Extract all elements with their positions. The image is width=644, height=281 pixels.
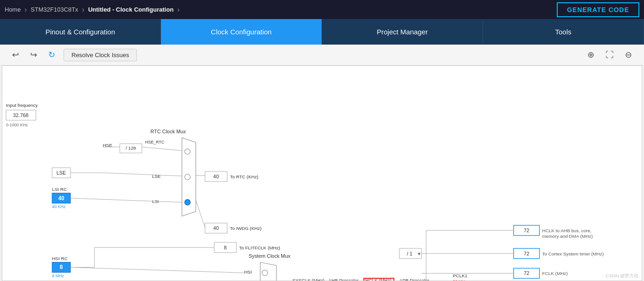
svg-text:RTC Clock Mux: RTC Clock Mux — [150, 129, 186, 134]
breadcrumb-sep-1: › — [25, 6, 27, 14]
svg-text:To FLITFCLK (MHz): To FLITFCLK (MHz) — [239, 245, 280, 250]
redo-button[interactable]: ↪ — [27, 48, 40, 62]
zoom-out-button[interactable]: ⊖ — [622, 48, 635, 62]
svg-text:LSE: LSE — [57, 170, 66, 176]
svg-text:72: 72 — [524, 270, 529, 276]
svg-text:HSI RC: HSI RC — [52, 256, 68, 261]
svg-text:System Clock Mux: System Clock Mux — [249, 253, 291, 259]
svg-text:To Cortex System timer (MHz): To Cortex System timer (MHz) — [542, 251, 604, 256]
svg-text:40: 40 — [58, 195, 64, 202]
breadcrumb-sep-3: › — [177, 6, 180, 14]
svg-text:memory and DMA (MHz): memory and DMA (MHz) — [542, 234, 593, 239]
breadcrumb-project[interactable]: Untitled - Clock Configuration — [88, 6, 174, 13]
svg-text:LSE: LSE — [152, 174, 161, 179]
svg-text:▼: ▼ — [417, 251, 422, 256]
undo-button[interactable]: ↩ — [9, 48, 22, 62]
svg-text:APB Prescaler: APB Prescaler — [399, 278, 430, 281]
tab-pinout[interactable]: Pinout & Configuration — [0, 19, 161, 45]
svg-text:72: 72 — [524, 251, 529, 256]
svg-text:CSDN @苦力伯: CSDN @苦力伯 — [606, 273, 639, 278]
svg-point-21 — [185, 174, 190, 180]
top-nav: Home › STM32F103C8Tx › Untitled - Clock … — [0, 0, 644, 19]
svg-text:8 MHz: 8 MHz — [52, 274, 64, 278]
breadcrumb-sep-2: › — [82, 6, 84, 14]
svg-text:To RTC (KHz): To RTC (KHz) — [230, 174, 258, 179]
tab-clock[interactable]: Clock Configuration — [161, 19, 322, 45]
tab-project[interactable]: Project Manager — [322, 19, 483, 45]
svg-text:8: 8 — [60, 264, 63, 271]
svg-text:40 KHz: 40 KHz — [52, 204, 66, 209]
svg-text:LSI RC: LSI RC — [52, 187, 67, 192]
breadcrumb-device[interactable]: STM32F103C8Tx — [31, 6, 78, 13]
svg-text:HSE_RTC: HSE_RTC — [145, 140, 165, 144]
breadcrumb-home[interactable]: Home — [5, 6, 21, 13]
svg-text:PCLK1: PCLK1 — [453, 273, 468, 278]
input-frequency-label: Input frequency — [6, 103, 38, 108]
tab-bar: Pinout & Configuration Clock Configurati… — [0, 19, 644, 45]
clock-diagram-canvas: Input frequency 32.768 0-1000 KHz LSE LS… — [2, 65, 642, 281]
toolbar: ↩ ↪ ↻ Resolve Clock Issues ⊕ ⛶ ⊖ — [0, 45, 644, 65]
svg-text:40: 40 — [213, 174, 219, 179]
svg-text:/ 128: / 128 — [126, 145, 136, 150]
breadcrumb: Home › STM32F103C8Tx › Untitled - Clock … — [5, 6, 557, 14]
svg-text:SYSCLK (MHz): SYSCLK (MHz) — [292, 278, 324, 281]
svg-point-23 — [186, 201, 189, 204]
svg-text:FCLK (MHz): FCLK (MHz) — [542, 271, 568, 276]
resolve-clock-issues-button[interactable]: Resolve Clock Issues — [64, 49, 137, 61]
svg-text:/ 1: / 1 — [407, 251, 412, 256]
svg-rect-0 — [2, 66, 642, 281]
svg-text:36 MHz max: 36 MHz max — [453, 279, 477, 281]
svg-text:8: 8 — [224, 245, 226, 250]
zoom-in-button[interactable]: ⊕ — [585, 48, 597, 62]
svg-text:72: 72 — [524, 228, 529, 233]
svg-text:HSI: HSI — [244, 269, 252, 274]
svg-text:32.768: 32.768 — [13, 112, 28, 118]
diagram-svg: Input frequency 32.768 0-1000 KHz LSE LS… — [2, 66, 642, 281]
svg-point-47 — [262, 270, 268, 275]
svg-text:40: 40 — [213, 225, 219, 231]
svg-text:AHB Prescaler: AHB Prescaler — [328, 278, 359, 281]
svg-text:0-1000 KHz: 0-1000 KHz — [6, 123, 28, 127]
tab-tools[interactable]: Tools — [483, 19, 644, 45]
fullscreen-button[interactable]: ⛶ — [603, 48, 617, 62]
generate-code-button[interactable]: GENERATE CODE — [557, 2, 639, 17]
refresh-button[interactable]: ↻ — [45, 48, 58, 62]
svg-point-20 — [185, 149, 190, 154]
svg-text:To IWDG (KHz): To IWDG (KHz) — [230, 226, 261, 231]
svg-text:HCLK to AHB bus, core,: HCLK to AHB bus, core, — [542, 228, 592, 233]
